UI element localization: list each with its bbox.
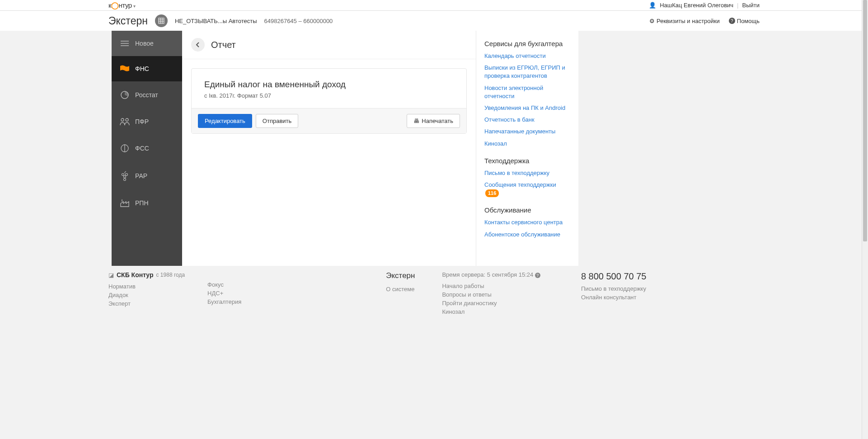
- svg-point-16: [124, 179, 126, 181]
- sidebar-label: ФСС: [135, 145, 149, 152]
- svg-point-10: [126, 118, 128, 121]
- help-label: Помощь: [737, 18, 760, 24]
- sidebar-item-rosstat[interactable]: Росстат: [112, 81, 182, 109]
- link-notify[interactable]: Уведомления на ПК и Android: [484, 104, 570, 112]
- sidebar-label: Новое: [135, 40, 154, 47]
- edit-button[interactable]: Редактировать: [198, 114, 252, 128]
- circle-phi-icon: [120, 144, 130, 153]
- flag-icon: [120, 65, 130, 72]
- topbar-left[interactable]: к◯нтур ▾: [108, 1, 136, 9]
- right-panel: Сервисы для бухгалтера Календарь отчетно…: [476, 31, 578, 266]
- print-button[interactable]: 🖶 Напечатать: [407, 114, 460, 128]
- logo: к◯нтур ▾: [108, 1, 136, 9]
- footer-brand: СКБ Контур: [117, 271, 154, 279]
- sidebar-item-new[interactable]: Новое: [112, 31, 182, 56]
- sidebar-label: ФНС: [135, 65, 149, 72]
- settings-link[interactable]: ⚙ Реквизиты и настройки: [649, 18, 720, 24]
- help-link[interactable]: ? Помощь: [729, 18, 760, 24]
- org-badge-icon[interactable]: [155, 14, 168, 27]
- footer-link-cinema2[interactable]: Кинозал: [442, 308, 540, 315]
- sidebar-item-rar[interactable]: РАР: [112, 162, 182, 190]
- service-heading: Обслуживание: [484, 206, 570, 214]
- link-contacts[interactable]: Контакты сервисного центра: [484, 218, 570, 227]
- sidebar-label: Росстат: [135, 91, 158, 99]
- link-egr[interactable]: Выписки из ЕГРЮЛ, ЕГРИП и проверка контр…: [484, 64, 570, 80]
- footer-link-expert[interactable]: Эксперт: [108, 300, 185, 307]
- logo-small-icon: ◪: [108, 272, 114, 279]
- services-heading: Сервисы для бухгалтера: [484, 40, 570, 47]
- gear-icon: ⚙: [649, 18, 655, 24]
- logo-post: нтур: [119, 1, 132, 9]
- grapes-icon: [120, 171, 130, 181]
- list-icon: [120, 40, 130, 47]
- link-calendar[interactable]: Календарь отчетности: [484, 52, 570, 60]
- footer-link-support-letter[interactable]: Письмо в техподдержку: [581, 285, 647, 292]
- footer-link-diag[interactable]: Пройти диагностику: [442, 300, 540, 307]
- people-icon: [120, 118, 130, 126]
- svg-rect-0: [159, 18, 164, 24]
- report-card: Единый налог на вмененный доход с Iкв. 2…: [191, 68, 467, 134]
- org-name[interactable]: НЕ_ОТЗЫВАТЬ...ы Автотесты: [175, 18, 257, 24]
- app-title: Экстерн: [108, 15, 148, 27]
- settings-label: Реквизиты и настройки: [657, 18, 720, 24]
- print-icon: 🖶: [413, 118, 419, 124]
- link-cinema[interactable]: Кинозал: [484, 140, 570, 148]
- main-column: Отчет Единый налог на вмененный доход с …: [182, 31, 476, 266]
- scrollbar-thumb[interactable]: [863, 0, 867, 241]
- sidebar-label: РАР: [135, 172, 147, 179]
- link-news[interactable]: Новости электронной отчетности: [484, 84, 570, 100]
- link-support-letter[interactable]: Письмо в техподдержку: [484, 169, 570, 177]
- user-icon: 👤: [649, 2, 656, 9]
- footer: ◪ СКБ Контур с 1988 года Норматив Диадок…: [0, 266, 868, 329]
- sidebar-item-pfr[interactable]: ПФР: [112, 109, 182, 135]
- footer-link-qa[interactable]: Вопросы и ответы: [442, 291, 540, 298]
- topbar: к◯нтур ▾ 👤 НашКац Евгений Олегович | Вый…: [0, 0, 868, 11]
- footer-link-buh[interactable]: Бухгалтерия: [207, 298, 241, 305]
- footer-link-nds[interactable]: НДС+: [207, 290, 241, 297]
- link-bank[interactable]: Отчетность в банк: [484, 116, 570, 124]
- sidebar-item-rpn[interactable]: РПН: [112, 190, 182, 216]
- footer-link-about[interactable]: О системе: [386, 286, 415, 293]
- footer-extern: Экстерн: [386, 271, 415, 280]
- piechart-icon: [120, 90, 130, 99]
- print-label: Напечатать: [422, 118, 453, 124]
- support-msgs-label: Сообщения техподдержки: [484, 181, 556, 188]
- send-button[interactable]: Отправить: [256, 114, 298, 128]
- footer-link-normativ[interactable]: Норматив: [108, 283, 185, 290]
- report-subtitle: с Iкв. 2017г. Формат 5.07: [204, 92, 454, 99]
- main-container: Новое ФНС Росстат ПФР ФСС: [112, 31, 578, 266]
- logout-link[interactable]: Выйти: [742, 2, 760, 9]
- link-subscription[interactable]: Абонентское обслуживание: [484, 231, 570, 239]
- footer-since: с 1988 года: [156, 272, 185, 278]
- sidebar-label: ПФР: [135, 118, 149, 125]
- user-name[interactable]: НашКац Евгений Олегович: [660, 2, 733, 9]
- svg-point-13: [122, 174, 124, 176]
- report-title: Единый налог на вмененный доход: [204, 80, 454, 90]
- support-badge: 116: [485, 189, 499, 197]
- cloud-icon: ◯: [111, 1, 119, 9]
- header: Экстерн НЕ_ОТЗЫВАТЬ...ы Автотесты 649826…: [0, 11, 868, 31]
- link-printed[interactable]: Напечатанные документы: [484, 127, 570, 136]
- help-icon: ?: [729, 18, 735, 24]
- link-support-msgs[interactable]: Сообщения техподдержки 116: [484, 181, 570, 198]
- scrollbar[interactable]: [862, 0, 868, 329]
- footer-link-diadok[interactable]: Диадок: [108, 292, 185, 298]
- org-numbers: 6498267645 – 660000000: [264, 18, 333, 24]
- footer-link-fokus[interactable]: Фокус: [207, 281, 241, 288]
- sidebar-item-fns[interactable]: ФНС: [112, 56, 182, 81]
- back-button[interactable]: [191, 38, 205, 52]
- sidebar-item-fss[interactable]: ФСС: [112, 135, 182, 162]
- page-header: Отчет: [182, 31, 476, 59]
- server-time: Время сервера: 5 сентября 15:24 ?: [442, 271, 540, 278]
- footer-link-online[interactable]: Онлайн консультант: [581, 294, 647, 301]
- divider: |: [737, 2, 738, 9]
- chevron-left-icon: [196, 42, 200, 47]
- footer-link-start[interactable]: Начало работы: [442, 283, 540, 289]
- report-actions: Редактировать Отправить 🖶 Напечатать: [192, 108, 466, 133]
- topbar-right: 👤 НашКац Евгений Олегович | Выйти: [649, 2, 760, 9]
- svg-point-9: [121, 118, 124, 121]
- page-title: Отчет: [211, 40, 236, 50]
- footer-phone: 8 800 500 70 75: [581, 271, 647, 282]
- content: Отчет Единый налог на вмененный доход с …: [182, 31, 578, 266]
- help-icon[interactable]: ?: [535, 273, 540, 278]
